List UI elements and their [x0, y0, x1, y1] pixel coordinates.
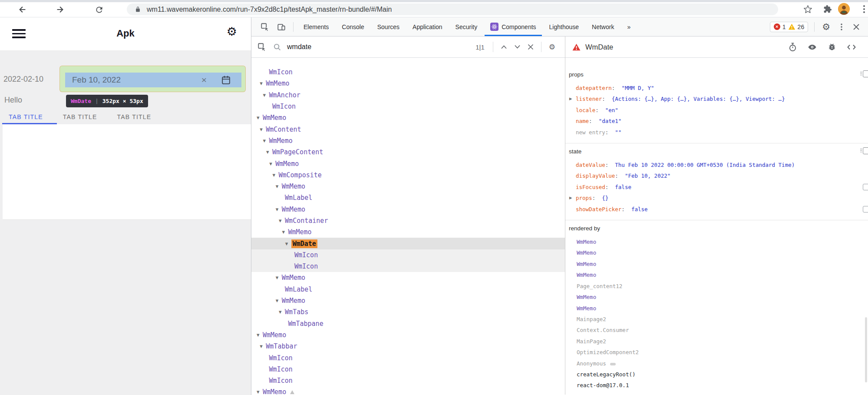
prop-row[interactable]: dateValue: Thu Feb 10 2022 00:00:00 GMT+…: [565, 159, 868, 170]
devtools-tab-security[interactable]: Security: [449, 17, 484, 36]
expander-icon[interactable]: ▼: [269, 162, 275, 166]
boolean-checkbox[interactable]: [863, 184, 868, 190]
expander-icon[interactable]: ▼: [260, 81, 266, 86]
tree-row-wmmemo[interactable]: ▼WmMemo: [251, 272, 565, 283]
devtools-tab-console[interactable]: Console: [335, 17, 370, 36]
rendered-by-item[interactable]: Page_content12: [565, 281, 868, 292]
components-settings-icon[interactable]: ⚙: [549, 43, 555, 51]
components-inspect-icon[interactable]: [257, 43, 266, 51]
rendered-by-item[interactable]: OptimizedComponent2: [565, 347, 868, 358]
view-source-icon[interactable]: [847, 43, 856, 51]
bookmark-star-icon[interactable]: [803, 5, 812, 14]
rendered-by-item[interactable]: WmMemo: [565, 247, 868, 258]
boolean-checkbox[interactable]: [863, 206, 868, 212]
tree-row-wmmemo[interactable]: ▼WmMemo: [251, 226, 565, 238]
address-bar[interactable]: wm11.wavemakeronline.com/run-7x9x2d8c1p/…: [127, 3, 778, 15]
devtools-tab-components[interactable]: Components: [484, 17, 542, 36]
inspect-dom-icon[interactable]: [808, 43, 817, 52]
tree-row-wmtabpane[interactable]: WmTabpane: [251, 318, 565, 329]
tree-row-wmmemo[interactable]: ▼WmMemo: [251, 158, 565, 169]
tree-row-wmcomposite[interactable]: ▼WmComposite: [251, 169, 565, 181]
console-issues-badge[interactable]: × 1 26: [770, 22, 808, 32]
app-tab[interactable]: TAB TITLE: [63, 113, 97, 120]
expander-icon[interactable]: ▶: [569, 193, 572, 203]
expander-icon[interactable]: ▼: [263, 139, 269, 143]
expander-icon[interactable]: ▼: [257, 333, 263, 337]
expander-icon[interactable]: ▼: [276, 207, 282, 212]
tree-row-wmdate[interactable]: ▼WmDate: [251, 238, 565, 249]
previous-result-icon[interactable]: [501, 45, 507, 49]
prop-row[interactable]: locale: "en": [565, 105, 868, 116]
app-tab[interactable]: TAB TITLE: [9, 113, 43, 120]
prop-row[interactable]: new entry: "": [565, 127, 868, 138]
rendered-by-item[interactable]: Mainpage2: [565, 314, 868, 325]
tree-row-wmmemo[interactable]: ▼WmMemo: [251, 204, 565, 215]
prop-row[interactable]: showDatePicker: false: [565, 204, 868, 215]
tree-row-wmicon[interactable]: WmIcon: [251, 101, 565, 112]
tree-row-wmmemo[interactable]: ▼WmMemo: [251, 329, 565, 341]
devtools-settings-icon[interactable]: ⚙: [822, 22, 830, 31]
reload-icon[interactable]: [94, 5, 104, 14]
rendered-by-item[interactable]: MainPage2: [565, 336, 868, 347]
scrollbar[interactable]: [865, 317, 867, 382]
prop-row[interactable]: displayValue: "Feb 10, 2022": [565, 170, 868, 181]
expander-icon[interactable]: ▼: [279, 219, 285, 223]
devtools-close-icon[interactable]: [853, 23, 860, 30]
tree-row-wmmemo[interactable]: ▼WmMemo: [251, 135, 565, 146]
devtools-tab-network[interactable]: Network: [585, 17, 620, 36]
expander-icon[interactable]: ▼: [276, 299, 282, 303]
tree-row-wmicon[interactable]: WmIcon: [251, 352, 565, 363]
expander-icon[interactable]: ▼: [266, 150, 272, 154]
devtools-tab-lighthouse[interactable]: Lighthouse: [543, 17, 586, 36]
rendered-by-item[interactable]: Context.Consumer: [565, 325, 868, 335]
rendered-by-item[interactable]: WmMemo: [565, 236, 868, 247]
app-tab[interactable]: TAB TITLE: [117, 113, 152, 120]
profile-avatar[interactable]: [838, 3, 850, 15]
rendered-by-item[interactable]: WmMemo: [565, 303, 868, 314]
tree-row-wmtabs[interactable]: ▼WmTabs: [251, 306, 565, 318]
rendered-by-item[interactable]: WmMemo: [565, 259, 868, 269]
expander-icon[interactable]: ▼: [273, 173, 279, 177]
rendered-by-item[interactable]: react-dom@17.0.1: [565, 380, 868, 391]
devtools-tab-application[interactable]: Application: [406, 17, 449, 36]
tree-row-wmicon[interactable]: WmIcon: [251, 66, 565, 78]
inspect-element-icon[interactable]: [261, 23, 269, 31]
rendered-by-item[interactable]: WmMemo: [565, 269, 868, 280]
expander-icon[interactable]: ▼: [260, 127, 266, 132]
rendered-by-item[interactable]: createLegacyRoot(): [565, 369, 868, 380]
prop-row[interactable]: datepattern: "MMM D, Y": [565, 83, 868, 93]
gear-icon[interactable]: ⚙: [227, 26, 237, 38]
calendar-icon[interactable]: [221, 75, 231, 85]
expander-icon[interactable]: ▼: [282, 230, 288, 234]
forward-icon[interactable]: [55, 5, 65, 14]
prop-row[interactable]: isFocused: false: [565, 182, 868, 193]
expander-icon[interactable]: ▶: [569, 93, 572, 104]
tree-row-wmmemo[interactable]: ▼WmMemo: [251, 295, 565, 306]
suspense-timer-icon[interactable]: [789, 43, 797, 52]
devtools-tab-sources[interactable]: Sources: [371, 17, 406, 36]
tree-row-wmmemo[interactable]: ▼WmMemo: [251, 181, 565, 192]
debug-bug-icon[interactable]: [828, 43, 836, 51]
devtools-tab-elements[interactable]: Elements: [297, 17, 335, 36]
expander-icon[interactable]: ▼: [279, 310, 285, 314]
clear-icon[interactable]: ×: [201, 75, 207, 85]
tree-row-wmicon[interactable]: WmIcon: [251, 261, 565, 272]
tree-row-wmmemo[interactable]: ▼WmMemo: [251, 78, 565, 89]
tree-row-wmanchor[interactable]: ▼WmAnchor: [251, 90, 565, 101]
copy-props-icon[interactable]: [863, 70, 868, 77]
tree-row-wmpagecontent[interactable]: ▼WmPageContent: [251, 146, 565, 158]
tree-row-wmlabel[interactable]: WmLabel: [251, 284, 565, 295]
tree-row-wmicon[interactable]: WmIcon: [251, 375, 565, 386]
prop-row[interactable]: ▶props: {}: [565, 193, 868, 203]
device-toolbar-icon[interactable]: [277, 23, 286, 31]
clear-search-icon[interactable]: [528, 44, 534, 50]
tree-row-wmlabel[interactable]: WmLabel: [251, 192, 565, 203]
tree-row-wmmemo[interactable]: ▼WmMemo: [251, 386, 565, 395]
rendered-by-item[interactable]: Anonymous: [565, 358, 868, 369]
expander-icon[interactable]: ▼: [285, 242, 291, 246]
expander-icon[interactable]: ▼: [257, 116, 263, 120]
expander-icon[interactable]: ▼: [276, 184, 282, 189]
devtools-menu-icon[interactable]: [838, 23, 845, 31]
extensions-icon[interactable]: [823, 5, 832, 13]
back-icon[interactable]: [17, 5, 28, 14]
